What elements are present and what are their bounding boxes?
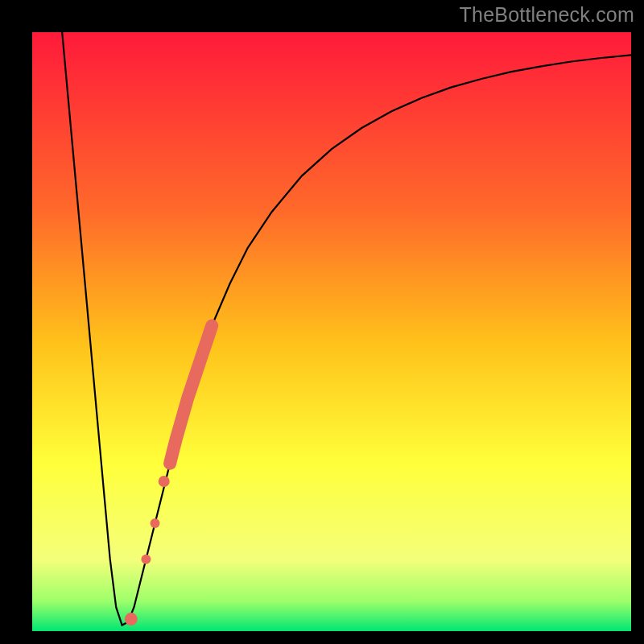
plot-background <box>32 32 631 631</box>
watermark-label: TheBottleneck.com <box>460 3 634 27</box>
highlight-dot <box>151 518 160 528</box>
highlight-dot <box>159 476 170 487</box>
highlight-dot <box>141 555 151 564</box>
highlight-dot <box>125 613 138 625</box>
bottleneck-chart <box>0 0 644 644</box>
chart-frame: TheBottleneck.com <box>0 0 644 644</box>
